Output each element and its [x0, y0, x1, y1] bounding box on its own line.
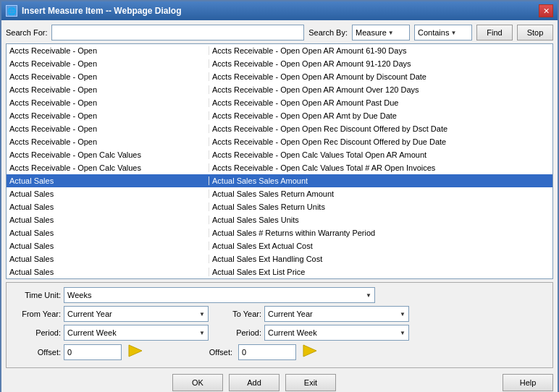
main-content: Search For: Search By: Measure ▼ Contain…: [1, 20, 558, 392]
list-item[interactable]: Actual SalesActual Sales Sales Return Am…: [7, 187, 552, 200]
main-window: 🌐 Insert Measure Item -- Webpage Dialog …: [0, 0, 559, 392]
from-period-dropdown[interactable]: Current Week ▼: [64, 325, 209, 341]
list-item-col1: Actual Sales: [7, 242, 209, 250]
list-item-col2: Accts Receivable - Open Open Rec Discoun…: [209, 137, 552, 146]
to-year-label: To Year:: [222, 310, 261, 318]
list-item-col2: Accts Receivable - Open Open Rec Discoun…: [209, 124, 552, 133]
stop-button[interactable]: Stop: [517, 25, 553, 41]
list-item[interactable]: Accts Receivable - OpenAccts Receivable …: [7, 135, 552, 148]
contains-arrow-icon: ▼: [450, 30, 456, 36]
list-item-col1: Actual Sales: [7, 216, 209, 224]
from-offset-label: Offset:: [14, 348, 61, 357]
list-item-col2: Actual Sales Sales Amount: [209, 176, 552, 185]
list-item-col1: Actual Sales: [7, 189, 209, 198]
list-item[interactable]: Accts Receivable - OpenAccts Receivable …: [7, 122, 552, 135]
list-item-col1: Actual Sales: [7, 229, 209, 237]
list-item-col2: Actual Sales Sales Return Amount: [209, 189, 552, 198]
offset-row: Offset: Offset:: [14, 344, 545, 360]
from-offset-arrow-icon: [127, 344, 143, 360]
btn-group-center: OK Add Exit: [6, 374, 503, 391]
close-button[interactable]: ✕: [539, 4, 553, 17]
search-by-dropdown[interactable]: Measure ▼: [352, 25, 410, 41]
to-year-dropdown[interactable]: Current Year ▼: [264, 306, 409, 322]
list-item-col2: Actual Sales Ext Actual Cost: [209, 242, 552, 250]
svg-marker-0: [129, 345, 142, 357]
list-item-col2: Accts Receivable - Open Open AR Amount b…: [209, 72, 552, 81]
list-item[interactable]: Accts Receivable - OpenAccts Receivable …: [7, 70, 552, 83]
to-year-value: Current Year: [268, 310, 313, 318]
list-item-col2: Actual Sales Ext Handling Cost: [209, 255, 552, 263]
form-area: Time Unit: Weeks ▼ From Year: Current Ye…: [6, 282, 553, 368]
list-item[interactable]: Actual SalesActual Sales # Returns withi…: [7, 226, 552, 239]
to-offset-label: Offset:: [193, 348, 232, 357]
to-period-label: Period:: [222, 328, 261, 337]
period-row: Period: Current Week ▼ Period: Current W…: [14, 325, 545, 341]
list-item-col1: Accts Receivable - Open Calc Values: [7, 150, 209, 159]
list-item[interactable]: Accts Receivable - Open Calc ValuesAccts…: [7, 161, 552, 174]
list-item-col1: Accts Receivable - Open: [7, 59, 209, 68]
list-item-col1: Accts Receivable - Open: [7, 98, 209, 107]
search-by-arrow-icon: ▼: [388, 30, 394, 36]
list-item-col2: Accts Receivable - Open Open AR Amount O…: [209, 85, 552, 94]
search-bar: Search For: Search By: Measure ▼ Contain…: [6, 25, 553, 41]
to-period-arrow-icon: ▼: [400, 330, 405, 336]
to-period-dropdown[interactable]: Current Week ▼: [264, 325, 409, 341]
list-item-col2: Accts Receivable - Open Open AR Amt by D…: [209, 111, 552, 120]
time-unit-dropdown[interactable]: Weeks ▼: [64, 287, 375, 303]
to-period-value: Current Week: [268, 328, 317, 337]
list-item[interactable]: Accts Receivable - OpenAccts Receivable …: [7, 44, 552, 57]
list-item-col1: Accts Receivable - Open Calc Values: [7, 163, 209, 172]
search-input[interactable]: [51, 25, 304, 41]
list-item[interactable]: Actual SalesActual Sales Ext Actual Cost: [7, 239, 552, 252]
list-item[interactable]: Actual SalesActual Sales Ext List Price: [7, 265, 552, 278]
list-item-col2: Accts Receivable - Open Calc Values Tota…: [209, 163, 552, 172]
list-item[interactable]: Actual SalesActual Sales Sales Units: [7, 213, 552, 226]
svg-marker-1: [303, 345, 316, 357]
from-year-value: Current Year: [67, 310, 112, 318]
list-item[interactable]: Actual SalesActual Sales Sales Return Un…: [7, 200, 552, 213]
list-item-col2: Accts Receivable - Open Open AR Amount P…: [209, 98, 552, 107]
search-by-value: Measure: [356, 28, 387, 37]
window-title: Insert Measure Item -- Webpage Dialog: [22, 6, 182, 16]
contains-value: Contains: [418, 28, 449, 37]
list-item-col1: Accts Receivable - Open: [7, 85, 209, 94]
list-item[interactable]: Actual SalesActual Sales Sales Amount: [7, 174, 552, 187]
list-item-col2: Actual Sales # Returns within Warranty P…: [209, 229, 552, 237]
from-offset-input[interactable]: [64, 344, 122, 360]
time-unit-row: Time Unit: Weeks ▼: [14, 287, 545, 303]
find-button[interactable]: Find: [476, 25, 513, 41]
list-item-col1: Actual Sales: [7, 268, 209, 276]
list-item[interactable]: Accts Receivable - OpenAccts Receivable …: [7, 96, 552, 109]
item-list[interactable]: Accts Receivable - OpenAccts Receivable …: [6, 43, 553, 279]
to-offset-arrow-icon: [302, 344, 318, 360]
list-item-col1: Actual Sales: [7, 255, 209, 263]
contains-dropdown[interactable]: Contains ▼: [414, 25, 472, 41]
ok-button[interactable]: OK: [172, 374, 223, 391]
from-year-dropdown[interactable]: Current Year ▼: [64, 306, 209, 322]
from-period-value: Current Week: [67, 328, 117, 337]
action-bar: OK Add Exit Help: [6, 371, 553, 392]
list-item[interactable]: Accts Receivable - Open Calc ValuesAccts…: [7, 148, 552, 161]
to-year-arrow-icon: ▼: [400, 311, 405, 318]
to-offset-input[interactable]: [238, 344, 296, 360]
help-button[interactable]: Help: [503, 374, 553, 391]
search-by-label: Search By:: [308, 28, 348, 37]
list-item-col1: Actual Sales: [7, 203, 209, 211]
add-button[interactable]: Add: [229, 374, 280, 391]
list-item-col2: Accts Receivable - Open Calc Values Tota…: [209, 150, 552, 159]
year-row: From Year: Current Year ▼ To Year: Curre…: [14, 306, 545, 322]
time-unit-arrow-icon: ▼: [366, 292, 371, 299]
list-item-col2: Accts Receivable - Open Open AR Amount 6…: [209, 46, 552, 55]
exit-button[interactable]: Exit: [285, 374, 336, 391]
from-year-arrow-icon: ▼: [199, 311, 205, 318]
list-item[interactable]: Actual SalesActual Sales Ext Handling Co…: [7, 252, 552, 265]
list-item-col1: Accts Receivable - Open: [7, 46, 209, 55]
time-unit-value: Weeks: [67, 291, 91, 299]
search-for-label: Search For:: [6, 28, 47, 37]
list-item[interactable]: Accts Receivable - OpenAccts Receivable …: [7, 57, 552, 70]
list-item-col2: Actual Sales Sales Units: [209, 216, 552, 224]
title-bar-left: 🌐 Insert Measure Item -- Webpage Dialog: [6, 5, 182, 17]
time-unit-label: Time Unit:: [14, 291, 61, 299]
list-item[interactable]: Accts Receivable - OpenAccts Receivable …: [7, 109, 552, 122]
list-item[interactable]: Accts Receivable - OpenAccts Receivable …: [7, 83, 552, 96]
